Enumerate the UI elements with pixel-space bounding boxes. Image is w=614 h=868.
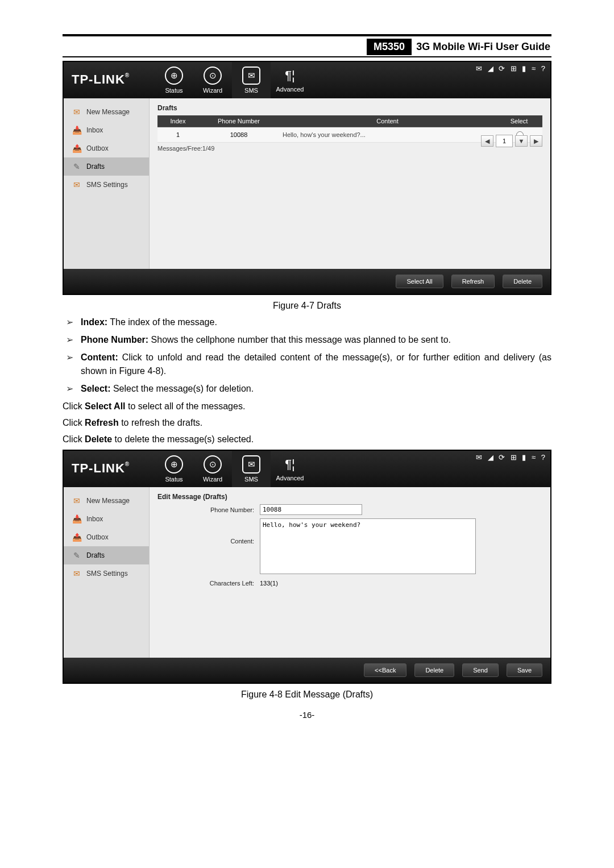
- target-icon: ⊙: [204, 67, 222, 85]
- list-item: Content: Click to unfold and read the de…: [81, 351, 551, 379]
- nav-wizard-label: Wizard: [203, 476, 222, 483]
- sidebar-item-sms-settings[interactable]: ✉ SMS Settings: [64, 176, 149, 194]
- sidebar-item-label: SMS Settings: [86, 570, 128, 578]
- panel-footer: <<Back Delete Send Save: [64, 658, 550, 683]
- sidebar-item-drafts[interactable]: ✎ Drafts: [64, 546, 149, 564]
- list-item: Index: The index of the message.: [81, 315, 551, 330]
- globe-icon: ⊕: [165, 455, 183, 474]
- figure-4-7: TP-LINK® ⊕ Status ⊙ Wizard ✉ SMS ¶¦ Adva…: [63, 61, 551, 295]
- sidebar-item-new-message[interactable]: ✉ New Message: [64, 103, 149, 121]
- col-content: Content: [279, 115, 496, 127]
- nav-status-label: Status: [165, 87, 182, 94]
- tray-icons: ✉ ◢ ⟳ ⊞ ▮ ≈ ?: [476, 64, 547, 73]
- chars-left-label: Characters Left:: [157, 578, 260, 587]
- figure-caption-2: Figure 4-8 Edit Message (Drafts): [63, 690, 551, 700]
- sidebar-item-label: Inbox: [86, 126, 103, 134]
- panel-title: Drafts: [157, 104, 542, 112]
- compose-icon: ✉: [72, 107, 82, 117]
- col-select: Select: [496, 115, 542, 127]
- col-phone: Phone Number: [198, 115, 279, 127]
- cell-phone: 10088: [198, 127, 279, 143]
- sidebar-item-inbox[interactable]: 📥 Inbox: [64, 121, 149, 139]
- content-textarea[interactable]: [260, 518, 476, 574]
- paragraph: Click Delete to delete the message(s) se…: [63, 433, 551, 447]
- envelope-icon: ✉: [242, 67, 260, 85]
- panel-title: Edit Message (Drafts): [157, 493, 542, 501]
- send-button[interactable]: Send: [462, 663, 499, 677]
- sliders-icon: ¶¦: [282, 68, 298, 84]
- nav-sms[interactable]: ✉ SMS: [232, 451, 271, 487]
- refresh-button[interactable]: Refresh: [451, 275, 495, 288]
- pager-next[interactable]: ▶: [530, 135, 542, 147]
- col-index: Index: [157, 115, 198, 127]
- sidebar-item-inbox[interactable]: 📥 Inbox: [64, 510, 149, 528]
- globe-icon: ⊕: [165, 67, 183, 85]
- inbox-icon: 📥: [72, 514, 82, 524]
- sidebar-item-outbox[interactable]: 📤 Outbox: [64, 528, 149, 546]
- pager-dropdown[interactable]: ▼: [515, 135, 528, 147]
- sms-sidebar: ✉ New Message 📥 Inbox 📤 Outbox ✎ Drafts …: [64, 487, 150, 658]
- sidebar-item-outbox[interactable]: 📤 Outbox: [64, 139, 149, 157]
- pager-page-input[interactable]: [496, 135, 513, 147]
- sidebar-item-label: New Message: [86, 108, 130, 116]
- nav-sms-label: SMS: [244, 476, 258, 483]
- settings-icon: ✉: [72, 180, 82, 189]
- router-header: TP-LINK® ⊕ Status ⊙ Wizard ✉ SMS ¶¦ Adva…: [64, 451, 550, 487]
- sidebar-item-label: Outbox: [86, 144, 109, 152]
- phone-label: Phone Number:: [157, 504, 260, 513]
- sidebar-item-sms-settings[interactable]: ✉ SMS Settings: [64, 564, 149, 583]
- envelope-icon: ✉: [242, 455, 260, 474]
- brand-logo: TP-LINK®: [64, 451, 155, 487]
- sidebar-item-label: Inbox: [86, 515, 103, 523]
- list-item: Phone Number: Shows the cellphone number…: [81, 333, 551, 347]
- drafts-icon: ✎: [72, 551, 82, 560]
- pager-prev[interactable]: ◀: [481, 135, 493, 147]
- content-label: Content:: [157, 518, 260, 545]
- page-number: -16-: [63, 710, 551, 720]
- chars-left-value: 133(1): [260, 578, 278, 587]
- sidebar-item-label: Outbox: [86, 533, 109, 541]
- nav-tabs: ⊕ Status ⊙ Wizard ✉ SMS ¶¦ Advanced: [155, 451, 309, 487]
- nav-advanced-label: Advanced: [276, 86, 304, 93]
- doc-header: M5350 3G Mobile Wi-Fi User Guide: [63, 34, 551, 57]
- pager: ◀ ▼ ▶: [481, 135, 542, 147]
- nav-wizard[interactable]: ⊙ Wizard: [193, 62, 232, 98]
- compose-icon: ✉: [72, 496, 82, 505]
- delete-button[interactable]: Delete: [414, 663, 454, 677]
- nav-wizard[interactable]: ⊙ Wizard: [193, 451, 232, 487]
- paragraph: Click Refresh to refresh the drafts.: [63, 416, 551, 430]
- model-chip: M5350: [367, 39, 412, 55]
- inbox-icon: 📥: [72, 126, 82, 135]
- nav-advanced[interactable]: ¶¦ Advanced: [271, 62, 309, 98]
- figure-caption-1: Figure 4-7 Drafts: [63, 301, 551, 311]
- back-button[interactable]: <<Back: [364, 663, 406, 677]
- nav-status[interactable]: ⊕ Status: [155, 62, 193, 98]
- sidebar-item-new-message[interactable]: ✉ New Message: [64, 492, 149, 510]
- delete-button[interactable]: Delete: [503, 275, 542, 288]
- nav-wizard-label: Wizard: [203, 87, 222, 94]
- nav-status-label: Status: [165, 476, 182, 483]
- select-all-button[interactable]: Select All: [396, 275, 443, 288]
- save-button[interactable]: Save: [507, 663, 542, 677]
- nav-status[interactable]: ⊕ Status: [155, 451, 193, 487]
- sidebar-item-drafts[interactable]: ✎ Drafts: [64, 157, 149, 176]
- router-header: TP-LINK® ⊕ Status ⊙ Wizard ✉ SMS ¶¦ Adva…: [64, 62, 550, 98]
- bullet-list: Index: The index of the message. Phone N…: [63, 315, 551, 396]
- phone-number-input[interactable]: [260, 504, 362, 515]
- settings-icon: ✉: [72, 569, 82, 578]
- target-icon: ⊙: [204, 455, 222, 474]
- nav-advanced[interactable]: ¶¦ Advanced: [271, 451, 309, 487]
- nav-sms-label: SMS: [244, 87, 258, 94]
- sidebar-item-label: Drafts: [86, 551, 105, 559]
- panel-footer: Select All Refresh Delete: [64, 269, 550, 294]
- nav-tabs: ⊕ Status ⊙ Wizard ✉ SMS ¶¦ Advanced: [155, 62, 309, 98]
- doc-title: 3G Mobile Wi-Fi User Guide: [416, 41, 551, 53]
- cell-content[interactable]: Hello, how's your weekend?...: [279, 127, 496, 143]
- sidebar-item-label: Drafts: [86, 163, 105, 171]
- brand-logo: TP-LINK®: [64, 62, 155, 98]
- drafts-icon: ✎: [72, 162, 82, 171]
- figure-4-8: TP-LINK® ⊕ Status ⊙ Wizard ✉ SMS ¶¦ Adva…: [63, 450, 551, 684]
- nav-sms[interactable]: ✉ SMS: [232, 62, 271, 98]
- tray-icons: ✉ ◢ ⟳ ⊞ ▮ ≈ ?: [476, 453, 547, 462]
- sliders-icon: ¶¦: [282, 456, 298, 472]
